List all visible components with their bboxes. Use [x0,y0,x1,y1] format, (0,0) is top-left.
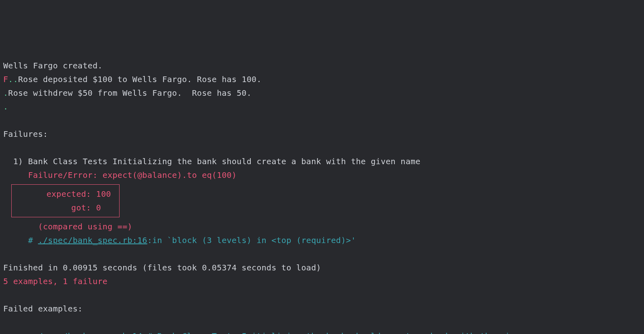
expected-value: expected: 100 [12,187,111,201]
examples-count: 5 examples, 1 failure [3,274,641,288]
failed-examples-header: Failed examples: [3,302,641,315]
output-line-2: F..Rose deposited $100 to Wells Fargo. R… [3,72,641,86]
blank-line [3,247,641,261]
output-line-3: .Rose withdrew $50 from Wells Fargo. Ros… [3,86,641,100]
failed-example-link[interactable]: ./spec/bank_spec.rb:14 [33,331,142,334]
got-value: got: 0 [12,201,111,214]
blank-line [3,288,641,302]
trace-file-link[interactable]: ./spec/bank_spec.rb:16 [38,235,147,245]
failure-description: 1) Bank Class Tests Initializing the ban… [3,155,641,168]
blank-line [3,315,641,329]
finished-summary: Finished in 0.00915 seconds (files took … [3,261,641,274]
failed-example-line: rspec ./spec/bank_spec.rb:14 # Bank Clas… [3,329,641,334]
failures-header: Failures: [3,127,641,141]
blank-line [3,141,641,155]
expected-got-box: expected: 100 got: 0 [11,184,120,217]
blank-line [3,113,641,127]
stack-trace: # ./spec/bank_spec.rb:16:in `block (3 le… [3,233,641,247]
compared-using: (compared using ==) [3,220,641,233]
output-created: Wells Fargo created. [3,59,641,72]
output-line-4: . [3,100,641,113]
failure-error-line: Failure/Error: expect(@balance).to eq(10… [3,168,641,182]
